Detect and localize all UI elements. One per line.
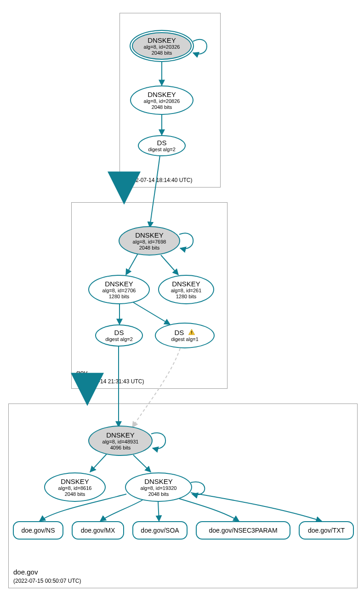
node-root-ksk-sub1: alg=8, id=20326 (144, 44, 180, 50)
rr-soa[interactable]: doe.gov/SOA (132, 521, 188, 540)
node-root-ds-title: DS (157, 139, 167, 147)
node-doe-zsk-b[interactable]: DNSKEY alg=8, id=19320 2048 bits (125, 472, 192, 502)
node-doe-ksk[interactable]: DNSKEY alg=8, id=48931 4096 bits (88, 426, 153, 456)
node-gov-ds-b-title: DS (174, 329, 195, 336)
zone-root-name: . (125, 167, 192, 175)
node-gov-zsk-b-sub2: 1280 bits (176, 294, 197, 300)
node-gov-zsk-a[interactable]: DNSKEY alg=8, id=2706 1280 bits (88, 275, 150, 304)
node-gov-zsk-a-sub2: 1280 bits (109, 294, 130, 300)
zone-doe-name: doe.gov (13, 568, 81, 576)
node-doe-zsk-a-sub1: alg=8, id=8616 (58, 485, 92, 491)
node-gov-zsk-b-title: DNSKEY (172, 280, 200, 288)
node-root-zsk[interactable]: DNSKEY alg=8, id=20826 2048 bits (130, 85, 193, 115)
node-root-zsk-title: DNSKEY (148, 91, 176, 98)
node-root-zsk-sub2: 2048 bits (152, 104, 172, 110)
node-gov-zsk-a-title: DNSKEY (105, 280, 133, 288)
node-root-zsk-sub1: alg=8, id=20826 (144, 98, 180, 104)
rr-soa-label: doe.gov/SOA (141, 527, 179, 534)
node-gov-ds-a-sub1: digest alg=2 (105, 336, 133, 342)
node-root-ksk[interactable]: DNSKEY alg=8, id=20326 2048 bits (130, 30, 194, 62)
zone-doe-label: doe.gov (2022-07-15 00:50:07 UTC) (13, 568, 81, 584)
node-doe-zsk-b-sub2: 2048 bits (148, 491, 169, 497)
node-doe-ksk-sub1: alg=8, id=48931 (102, 439, 139, 445)
node-doe-ksk-title: DNSKEY (106, 431, 135, 439)
node-gov-ds-a-title: DS (114, 329, 124, 336)
node-root-ksk-title: DNSKEY (148, 36, 176, 44)
node-root-ds[interactable]: DS digest alg=2 (138, 135, 186, 156)
zone-gov-ts: (2022-07-14 21:31:43 UTC) (76, 378, 144, 385)
node-gov-ds-b-sub1: digest alg=1 (171, 336, 199, 342)
node-doe-ksk-sub2: 4096 bits (110, 445, 131, 451)
rr-ns-label: doe.gov/NS (21, 527, 55, 534)
zone-gov-name: gov (76, 369, 144, 376)
node-gov-ds-b[interactable]: DS digest alg=1 (155, 323, 215, 348)
node-gov-ksk-title: DNSKEY (135, 231, 164, 239)
rr-mx[interactable]: doe.gov/MX (72, 521, 124, 540)
rr-txt-label: doe.gov/TXT (308, 527, 345, 534)
rr-mx-label: doe.gov/MX (81, 527, 115, 534)
node-doe-zsk-b-sub1: alg=8, id=19320 (141, 485, 177, 491)
zone-root-ts: (2022-07-14 18:14:40 UTC) (125, 177, 192, 183)
warning-icon (188, 329, 195, 336)
node-root-ds-sub1: digest alg=2 (148, 147, 176, 153)
rr-ns[interactable]: doe.gov/NS (13, 521, 63, 540)
zone-gov-label: gov (2022-07-14 21:31:43 UTC) (76, 369, 144, 385)
node-doe-zsk-b-title: DNSKEY (144, 478, 173, 485)
node-gov-zsk-b[interactable]: DNSKEY alg=8, id=261 1280 bits (158, 275, 214, 304)
svg-rect-1 (191, 333, 192, 334)
node-gov-ds-b-title-text: DS (174, 329, 184, 336)
rr-txt[interactable]: doe.gov/TXT (299, 521, 354, 540)
node-doe-zsk-a-sub2: 2048 bits (65, 491, 85, 497)
node-gov-zsk-b-sub1: alg=8, id=261 (171, 288, 202, 294)
zone-doe-ts: (2022-07-15 00:50:07 UTC) (13, 578, 81, 584)
node-gov-zsk-a-sub1: alg=8, id=2706 (102, 288, 136, 294)
node-doe-zsk-a-title: DNSKEY (61, 478, 89, 485)
node-gov-ksk[interactable]: DNSKEY alg=8, id=7698 2048 bits (119, 226, 180, 256)
node-gov-ksk-sub1: alg=8, id=7698 (133, 239, 166, 245)
node-gov-ds-a[interactable]: DS digest alg=2 (95, 324, 143, 347)
zone-root-label: . (2022-07-14 18:14:40 UTC) (125, 167, 192, 183)
node-root-ksk-sub2: 2048 bits (152, 50, 172, 56)
svg-rect-0 (191, 331, 192, 333)
rr-n3p-label: doe.gov/NSEC3PARAM (209, 527, 277, 534)
node-doe-zsk-a[interactable]: DNSKEY alg=8, id=8616 2048 bits (44, 472, 106, 502)
rr-nsec3param[interactable]: doe.gov/NSEC3PARAM (196, 521, 290, 540)
node-gov-ksk-sub2: 2048 bits (139, 245, 160, 251)
